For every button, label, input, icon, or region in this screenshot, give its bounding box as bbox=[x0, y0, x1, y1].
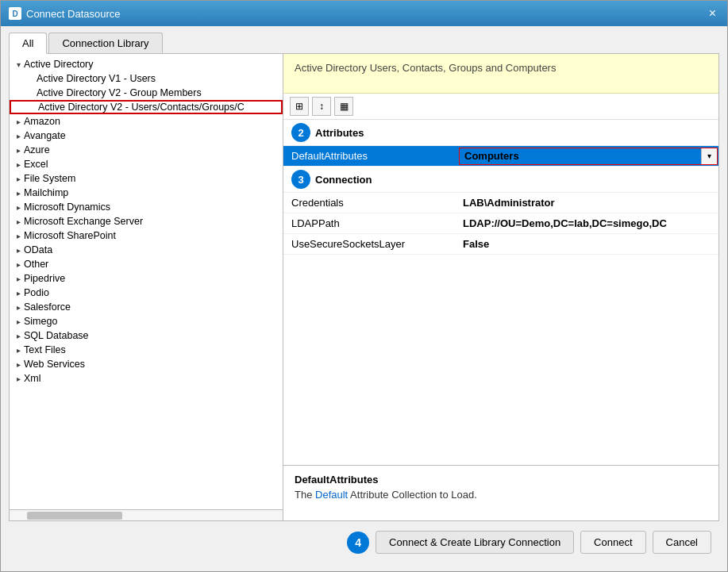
step-badge-4: 4 bbox=[347, 532, 369, 554]
main-content: Active Directory Active Directory V1 - U… bbox=[1, 53, 727, 571]
connect-button[interactable]: Connect bbox=[580, 531, 645, 554]
connect-create-button[interactable]: Connect & Create Library Connection bbox=[376, 531, 574, 554]
right-panel: Active Directory Users, Contacts, Groups… bbox=[283, 54, 718, 520]
sort-icon: ↕ bbox=[319, 101, 324, 112]
help-link[interactable]: Default bbox=[315, 489, 348, 501]
expand-icon-mssharepoint bbox=[13, 232, 24, 240]
app-icon: D bbox=[9, 7, 21, 20]
section-connection-header: 3 Connection bbox=[283, 167, 718, 193]
expand-icon-msdynamics bbox=[13, 203, 24, 212]
tree-item-ad-v2-users[interactable]: Active Directory V2 - Users/Contacts/Gro… bbox=[10, 100, 283, 114]
prop-value-credentials: LAB\Administrator bbox=[458, 194, 718, 212]
tree-item-filesystem[interactable]: File System bbox=[10, 171, 283, 186]
prop-value-ssl: False bbox=[458, 235, 718, 253]
expand-icon-msexchange bbox=[13, 217, 24, 226]
expand-icon-avangate bbox=[13, 132, 24, 140]
scroll-thumb[interactable] bbox=[27, 512, 122, 520]
step-badge-2: 2 bbox=[291, 123, 310, 142]
tree-item-ad-v1-users[interactable]: Active Directory V1 - Users bbox=[10, 71, 283, 86]
panels: Active Directory Active Directory V1 - U… bbox=[9, 53, 719, 521]
expand-icon-filesystem bbox=[13, 175, 24, 183]
expand-icon-textfiles bbox=[13, 346, 24, 355]
properties-toolbar: ⊞ ↕ ▦ bbox=[283, 94, 718, 120]
grid-icon: ▦ bbox=[340, 101, 349, 112]
expand-icon-amazon bbox=[13, 117, 24, 126]
tree-item-podio[interactable]: Podio bbox=[10, 286, 283, 300]
left-panel: Active Directory Active Directory V1 - U… bbox=[10, 54, 283, 520]
window-title: Connect Datasource bbox=[26, 8, 121, 20]
prop-name-ssl: UseSecureSocketsLayer bbox=[283, 235, 458, 253]
step-badge-3: 3 bbox=[291, 170, 310, 189]
footer: 4 Connect & Create Library Connection Co… bbox=[9, 521, 719, 563]
tree-item-active-directory[interactable]: Active Directory bbox=[10, 57, 283, 71]
expand-icon-webservices bbox=[13, 360, 24, 369]
tree-item-webservices[interactable]: Web Services bbox=[10, 357, 283, 371]
properties-area: 2 Attributes DefaultAttributes Computers… bbox=[283, 120, 718, 465]
expand-icon-sqldatabase bbox=[13, 332, 24, 340]
toolbar-btn-grid[interactable]: ▦ bbox=[334, 97, 353, 116]
prop-row-ldappath[interactable]: LDAPPath LDAP://OU=Demo,DC=lab,DC=simego… bbox=[283, 213, 718, 234]
tree-item-salesforce[interactable]: Salesforce bbox=[10, 300, 283, 314]
prop-value-ldappath: LDAP://OU=Demo,DC=lab,DC=simego,DC bbox=[458, 214, 718, 232]
help-title: DefaultAttributes bbox=[295, 474, 707, 486]
tree-item-xml[interactable]: Xml bbox=[10, 371, 283, 386]
section-attributes-label: Attributes bbox=[315, 127, 364, 139]
list-icon: ⊞ bbox=[295, 101, 303, 112]
prop-row-default-attributes[interactable]: DefaultAttributes Computers ▾ bbox=[283, 146, 718, 167]
expand-icon-podio bbox=[13, 289, 24, 298]
help-area: DefaultAttributes The Default Attribute … bbox=[283, 465, 718, 520]
prop-row-ssl[interactable]: UseSecureSocketsLayer False bbox=[283, 234, 718, 255]
tree-item-odata[interactable]: OData bbox=[10, 243, 283, 257]
prop-name-credentials: Credentials bbox=[283, 194, 458, 212]
tree-scrollbar[interactable] bbox=[10, 509, 283, 520]
tree-item-msexchange[interactable]: Microsoft Exchange Server bbox=[10, 214, 283, 228]
tab-bar: All Connection Library bbox=[1, 26, 727, 53]
expand-icon-odata bbox=[13, 246, 24, 255]
toolbar-btn-sort[interactable]: ↕ bbox=[312, 97, 331, 116]
expand-icon-active-directory bbox=[13, 60, 24, 69]
expand-icon-excel bbox=[13, 160, 24, 169]
prop-row-credentials[interactable]: Credentials LAB\Administrator bbox=[283, 193, 718, 213]
expand-icon-other bbox=[13, 260, 24, 269]
close-button[interactable]: × bbox=[706, 7, 719, 20]
main-window: D Connect Datasource × All Connection Li… bbox=[0, 0, 728, 572]
tree-container[interactable]: Active Directory Active Directory V1 - U… bbox=[10, 54, 283, 509]
tab-all[interactable]: All bbox=[9, 33, 47, 54]
cancel-button[interactable]: Cancel bbox=[653, 531, 711, 554]
help-text: The Default Attribute Collection to Load… bbox=[295, 489, 707, 501]
tree-item-pipedrive[interactable]: Pipedrive bbox=[10, 271, 283, 286]
tree-item-textfiles[interactable]: Text Files bbox=[10, 343, 283, 357]
tree-item-excel[interactable]: Excel bbox=[10, 157, 283, 171]
tree-item-mssharepoint[interactable]: Microsoft SharePoint bbox=[10, 228, 283, 243]
prop-value-default-attributes: Computers bbox=[460, 148, 701, 163]
prop-dropdown-default-attributes[interactable]: Computers ▾ bbox=[459, 148, 718, 165]
tree-item-azure[interactable]: Azure bbox=[10, 143, 283, 157]
tab-connection-library[interactable]: Connection Library bbox=[48, 33, 162, 53]
tree-item-ad-v2-group[interactable]: Active Directory V2 - Group Members bbox=[10, 86, 283, 100]
description-box: Active Directory Users, Contacts, Groups… bbox=[283, 54, 718, 94]
tree-item-amazon[interactable]: Amazon bbox=[10, 114, 283, 129]
expand-icon-simego bbox=[13, 317, 24, 326]
tree-item-simego[interactable]: Simego bbox=[10, 314, 283, 328]
section-connection-label: Connection bbox=[315, 174, 372, 186]
section-attributes-header: 2 Attributes bbox=[283, 120, 718, 146]
expand-icon-xml bbox=[13, 374, 24, 383]
toolbar-btn-list[interactable]: ⊞ bbox=[290, 97, 309, 116]
tree-item-msdynamics[interactable]: Microsoft Dynamics bbox=[10, 200, 283, 214]
expand-icon-pipedrive bbox=[13, 274, 24, 283]
tree-item-mailchimp[interactable]: Mailchimp bbox=[10, 186, 283, 200]
expand-icon-mailchimp bbox=[13, 189, 24, 198]
description-text: Active Directory Users, Contacts, Groups… bbox=[295, 62, 556, 74]
expand-icon-salesforce bbox=[13, 303, 24, 312]
title-bar-left: D Connect Datasource bbox=[9, 7, 121, 20]
prop-name-default-attributes: DefaultAttributes bbox=[283, 147, 458, 165]
expand-icon-azure bbox=[13, 146, 24, 155]
tree-item-other[interactable]: Other bbox=[10, 257, 283, 271]
dropdown-arrow-icon[interactable]: ▾ bbox=[701, 148, 717, 164]
prop-name-ldappath: LDAPPath bbox=[283, 214, 458, 232]
tree-item-avangate[interactable]: Avangate bbox=[10, 129, 283, 143]
tree-item-sqldatabase[interactable]: SQL Database bbox=[10, 328, 283, 343]
title-bar: D Connect Datasource × bbox=[1, 1, 727, 26]
